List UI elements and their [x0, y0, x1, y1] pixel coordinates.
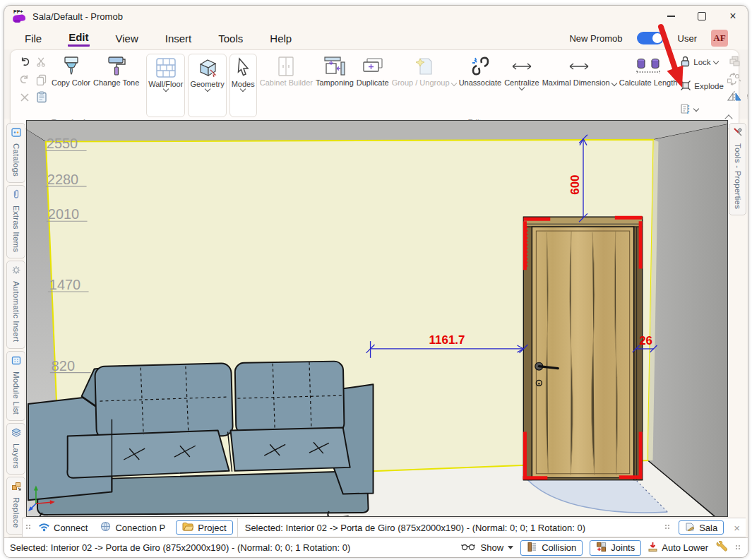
copy-color-button[interactable]: Copy Color — [50, 53, 92, 118]
joints-button[interactable]: Joints — [590, 540, 641, 556]
sidebar-tab-automatic-insert[interactable]: Automatic Insert — [6, 261, 25, 348]
menu-tools[interactable]: Tools — [217, 31, 244, 46]
selection-options-button[interactable] — [680, 102, 724, 117]
window-title: Sala/Default - Promob — [32, 11, 123, 22]
dimension-26[interactable]: 26 — [639, 334, 652, 347]
tools-icon — [733, 127, 743, 140]
cube-icon — [196, 56, 219, 80]
change-tone-button[interactable]: Change Tone — [92, 53, 141, 118]
chevron-down-icon — [693, 106, 699, 112]
menu-help[interactable]: Help — [269, 31, 292, 46]
new-promob-label: New Promob — [569, 33, 622, 44]
horizontal-arrow-icon — [510, 54, 534, 78]
explode-button[interactable]: Explode — [680, 79, 724, 93]
project-bar: Connect Conection P Project Selected: In… — [22, 518, 746, 537]
module-box-icon — [11, 355, 21, 368]
tamponing-icon — [323, 54, 346, 78]
app-window: PP+ Sala/Default - Promob × File Edit Vi… — [4, 5, 748, 558]
cabinet-icon — [277, 54, 295, 78]
replace-rotate-icon — [727, 73, 742, 88]
doc-selection-icon — [680, 103, 691, 116]
menu-edit[interactable]: Edit — [68, 30, 89, 47]
stack-icon — [727, 55, 741, 71]
ribbon: Copy Color Change Tone Wall/Floor Geomet… — [4, 49, 748, 119]
left-sidebar: Catalogs Extras Items Automatic Insert M… — [6, 123, 25, 558]
lock-button[interactable]: Lock — [680, 55, 724, 69]
wrench-icon[interactable] — [715, 541, 728, 554]
duplicate-button[interactable]: Duplicate — [355, 53, 390, 118]
brick-wall-icon — [155, 56, 177, 80]
drag-grip[interactable] — [25, 524, 32, 531]
close-button[interactable]: × — [728, 11, 738, 21]
svg-text:820: 820 — [52, 358, 75, 374]
menu-view[interactable]: View — [115, 31, 139, 46]
svg-text:2010: 2010 — [48, 206, 79, 222]
connection-tab[interactable]: Conection P — [94, 521, 172, 534]
drag-grip[interactable] — [664, 524, 672, 531]
resize-grip[interactable] — [735, 544, 742, 552]
close-project-panel-button[interactable]: × — [728, 522, 746, 534]
paperclip-icon[interactable] — [747, 72, 748, 88]
new-promob-toggle[interactable] — [637, 32, 664, 44]
explode-icon — [680, 80, 691, 93]
paste-icon[interactable] — [36, 91, 47, 106]
rss-icon — [39, 521, 49, 534]
collision-button[interactable]: Collision — [520, 540, 583, 556]
duplicate-icon — [362, 54, 384, 78]
connect-tab[interactable]: Connect — [32, 521, 94, 534]
sidebar-tab-tools-properties[interactable]: Tools - Properties — [729, 123, 746, 215]
centralize-button[interactable]: Centralize — [503, 53, 541, 118]
status-bar: Selected: Interior 02 -> Porta de Giro (… — [4, 537, 748, 557]
selection-status: Selected: Interior 02 -> Porta de Giro (… — [238, 523, 664, 533]
group-ungroup-button: Group / Ungroup — [390, 53, 458, 118]
dimension-1161[interactable]: 1161.7 — [429, 333, 465, 347]
modes-button[interactable]: Modes — [229, 54, 257, 117]
broken-link-icon — [469, 54, 491, 78]
door[interactable] — [523, 217, 642, 479]
paint-roller-icon — [107, 54, 126, 78]
svg-text:1470: 1470 — [49, 277, 80, 292]
statusbar-selection-text: Selected: Interior 02 -> Porta de Giro (… — [10, 542, 350, 553]
lock-icon — [680, 56, 691, 68]
document-tab-sala[interactable]: Sala — [679, 520, 724, 535]
unassociate-button[interactable]: Unassociate — [458, 53, 503, 118]
calculate-length-button[interactable]: Calculate Length — [618, 53, 679, 118]
wall-floor-button[interactable]: Wall/Floor — [146, 54, 185, 117]
maximal-dimension-button[interactable]: Maximal Dimension — [541, 53, 618, 118]
sidebar-tab-catalogs[interactable]: Catalogs — [6, 123, 25, 183]
chevron-down-icon — [508, 546, 513, 549]
length-cylinders-icon — [635, 54, 661, 78]
sidebar-tab-extras-items[interactable]: Extras Items — [6, 185, 25, 258]
group-page-icon — [414, 54, 434, 78]
globe-icon — [100, 521, 111, 534]
avatar[interactable]: AF — [711, 30, 728, 47]
glasses-icon — [461, 542, 477, 553]
mirror-icon[interactable] — [727, 90, 742, 106]
viewport-3d[interactable]: 2550 2280 2010 1470 820 — [26, 120, 728, 517]
document-icon — [685, 522, 695, 533]
redo-icon — [19, 74, 30, 88]
menu-file[interactable]: File — [24, 31, 42, 46]
undo-icon[interactable] — [19, 56, 30, 70]
sidebar-tab-module-list[interactable]: Module List — [6, 351, 25, 421]
minimize-button[interactable] — [666, 11, 676, 21]
paperclip-icon — [13, 189, 20, 202]
paintbrush-icon — [62, 54, 80, 78]
auto-lower-toggle[interactable]: Auto Lower — [648, 542, 708, 554]
tamponing-button[interactable]: Tamponing — [314, 53, 355, 118]
show-dropdown[interactable]: Show — [461, 542, 514, 553]
dimension-600[interactable]: 600 — [568, 175, 582, 195]
sidebar-tab-layers[interactable]: Layers — [6, 423, 25, 475]
project-tab[interactable]: Project — [176, 520, 232, 535]
geometry-button[interactable]: Geometry — [188, 54, 226, 117]
chevron-down-icon — [611, 81, 617, 86]
cabinet-builder-button: Cabinet Builder — [258, 53, 314, 118]
maximize-button[interactable] — [697, 11, 707, 21]
chevron-down-icon — [712, 59, 718, 64]
title-bar: PP+ Sala/Default - Promob × — [4, 6, 748, 27]
menu-insert[interactable]: Insert — [165, 31, 193, 46]
delete-icon — [20, 93, 30, 105]
copy-icon — [36, 74, 47, 88]
user-label[interactable]: User — [678, 33, 697, 44]
right-wall[interactable] — [648, 124, 727, 516]
